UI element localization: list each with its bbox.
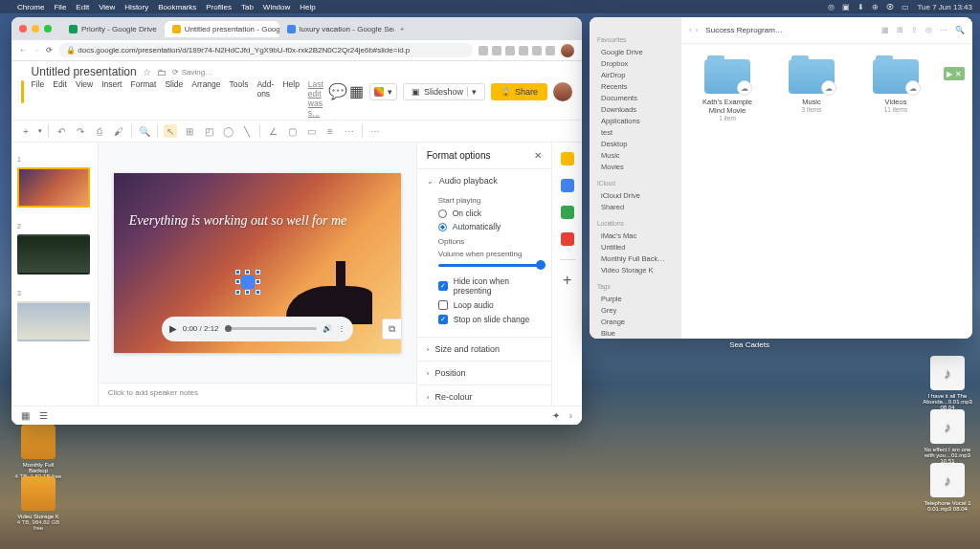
paint-format-btn[interactable]: 🖌 (112, 124, 125, 138)
contacts-icon[interactable] (561, 206, 574, 219)
account-avatar[interactable] (553, 82, 572, 101)
menu-insert[interactable]: Insert (101, 79, 122, 118)
menu-view[interactable]: View (99, 3, 115, 11)
section-position[interactable]: ›Position (417, 362, 552, 384)
sidebar-item[interactable]: iCloud Drive (597, 189, 674, 201)
menu-tab[interactable]: Tab (241, 3, 254, 11)
star-icon[interactable]: ☆ (143, 67, 151, 77)
app-name[interactable]: Chrome (17, 3, 44, 11)
audio-player[interactable]: ▶ 0:00 / 2:12 🔊 ⋮ (162, 317, 353, 341)
speaker-notes[interactable]: Click to add speaker notes (99, 383, 416, 406)
folder-videos[interactable]: Videos 11 items (865, 59, 926, 113)
battery-icon[interactable]: ▭ (902, 3, 909, 11)
add-addon-icon[interactable]: + (561, 274, 574, 287)
textbox-tool[interactable]: ⊞ (183, 124, 196, 138)
sidebar-item[interactable]: iMac's Mac (597, 230, 674, 241)
menu-tools[interactable]: Tools (230, 79, 249, 118)
sidebar-item[interactable]: Google Drive (597, 46, 674, 57)
present-remote-icon[interactable]: ▦ (350, 85, 364, 99)
border-dash[interactable]: ⋯ (343, 124, 356, 138)
more-btn[interactable]: ⋯ (368, 124, 382, 138)
player-menu[interactable]: ⋮ (338, 324, 345, 333)
redo-btn[interactable]: ↷ (74, 124, 87, 138)
open-external-btn[interactable]: ⧉ (382, 318, 401, 340)
slideshow-button[interactable]: ▣ Slideshow ▾ (403, 83, 485, 100)
sidebar-item[interactable]: Shared (597, 201, 674, 212)
new-tab-button[interactable]: + (394, 25, 411, 33)
sidebar-item[interactable]: Monthly Full Back… (597, 253, 674, 264)
print-btn[interactable]: ⎙ (93, 124, 106, 138)
section-audio-playback[interactable]: ⌄Audio playback (417, 169, 552, 192)
sidebar-item[interactable]: Music (597, 149, 674, 161)
desktop-disk-video[interactable]: Video Storage K 4 TB, 984.82 GB free (13, 476, 63, 531)
sidebar-item[interactable]: Blue (597, 327, 674, 339)
audio-object-selected[interactable] (238, 273, 257, 292)
menu-file[interactable]: File (32, 79, 45, 118)
border-color[interactable]: ▭ (304, 124, 318, 138)
player-seek[interactable] (225, 327, 317, 330)
menu-edit[interactable]: Edit (53, 79, 67, 118)
sidebar-item[interactable]: Recents (597, 80, 674, 92)
keep-icon[interactable] (561, 152, 574, 165)
url-field[interactable]: 🔒 docs.google.com/presentation/d/189r74-… (58, 43, 473, 57)
menu-arrange[interactable]: Arrange (191, 79, 220, 118)
window-controls[interactable] (19, 25, 52, 33)
sidebar-item[interactable]: Documents (597, 92, 674, 103)
clock[interactable]: Tue 7 Jun 13:43 (917, 3, 972, 11)
folder-music[interactable]: Music 3 items (781, 59, 842, 113)
maps-icon[interactable] (561, 232, 574, 246)
sidebar-item[interactable]: Dropbox (597, 57, 674, 69)
sidebar-item[interactable]: Purple (597, 293, 674, 304)
status-icon[interactable]: ⊕ (872, 3, 879, 11)
sidebar-item[interactable]: Desktop (597, 138, 674, 149)
finder-search[interactable]: 🔍 (955, 26, 965, 34)
section-recolour[interactable]: ›Re-colour (417, 385, 552, 406)
sidebar-item[interactable]: Orange (597, 316, 674, 327)
select-tool[interactable]: ↖ (164, 124, 177, 138)
radio-on-click[interactable]: On click (438, 209, 543, 218)
sidebar-item[interactable]: Applications (597, 115, 674, 126)
slide-canvas[interactable]: Everything is working out so well for me… (114, 173, 401, 353)
menu-edit[interactable]: Edit (76, 3, 89, 11)
finder-action[interactable]: ⋯ (940, 26, 947, 34)
sidebar-item[interactable]: AirDrop (597, 69, 674, 80)
finder-back[interactable]: ‹ (689, 26, 692, 34)
play-button[interactable]: ▶ (169, 323, 177, 334)
volume-slider[interactable] (438, 264, 543, 267)
sidebar-item[interactable]: Movies (597, 161, 674, 172)
finder-sync-badge[interactable]: ▶ ✕ (944, 67, 965, 80)
line-tool[interactable]: ╲ (240, 124, 254, 138)
status-icon[interactable]: ◎ (828, 3, 835, 11)
menu-view[interactable]: View (76, 79, 93, 118)
mask-tool[interactable]: ▢ (285, 124, 299, 138)
border-weight[interactable]: ≡ (323, 124, 337, 138)
menu-addons[interactable]: Add-ons (256, 79, 274, 118)
radio-automatically[interactable]: Automatically (438, 222, 543, 231)
check-stop-on-change[interactable]: ✓Stop on slide change (438, 315, 543, 324)
nav-reload[interactable]: ⟳ (46, 46, 53, 55)
close-panel-btn[interactable]: ✕ (534, 150, 542, 161)
zoom-btn[interactable]: 🔍 (138, 124, 151, 138)
menu-slide[interactable]: Slide (165, 79, 183, 118)
menu-format[interactable]: Format (130, 79, 156, 118)
folder-mind-movie[interactable]: Kath's Example Mind Movie 1 item (697, 59, 758, 121)
shape-tool[interactable]: ◯ (221, 124, 234, 138)
move-icon[interactable]: 🗀 (157, 67, 167, 77)
tasks-icon[interactable] (561, 179, 574, 192)
menu-help[interactable]: Help (300, 3, 315, 11)
doc-title[interactable]: Untitled presentation (32, 65, 137, 78)
finder-content[interactable]: Kath's Example Mind Movie 1 item Music 3… (681, 44, 972, 339)
finder-share[interactable]: ⇪ (911, 26, 918, 34)
menu-history[interactable]: History (124, 3, 148, 11)
share-button[interactable]: 🔒 Share (491, 83, 547, 100)
sidebar-item[interactable]: Grey (597, 304, 674, 316)
menu-window[interactable]: Window (263, 3, 290, 11)
check-hide-icon[interactable]: ✓Hide icon when presenting (438, 276, 543, 296)
sidebar-item[interactable]: Untitled (597, 241, 674, 253)
sidebar-item[interactable]: Downloads (597, 103, 674, 115)
desktop-audio-2[interactable]: ♪ No effect I am one with you…01.mp3 10.… (923, 409, 972, 464)
menu-file[interactable]: File (54, 3, 66, 11)
sidebar-item[interactable]: test (597, 126, 674, 138)
desktop-audio-3[interactable]: ♪ Telephone Vocal 1 0.01.mp3 08.04 (923, 463, 972, 512)
menu-bookmarks[interactable]: Bookmarks (158, 3, 196, 11)
